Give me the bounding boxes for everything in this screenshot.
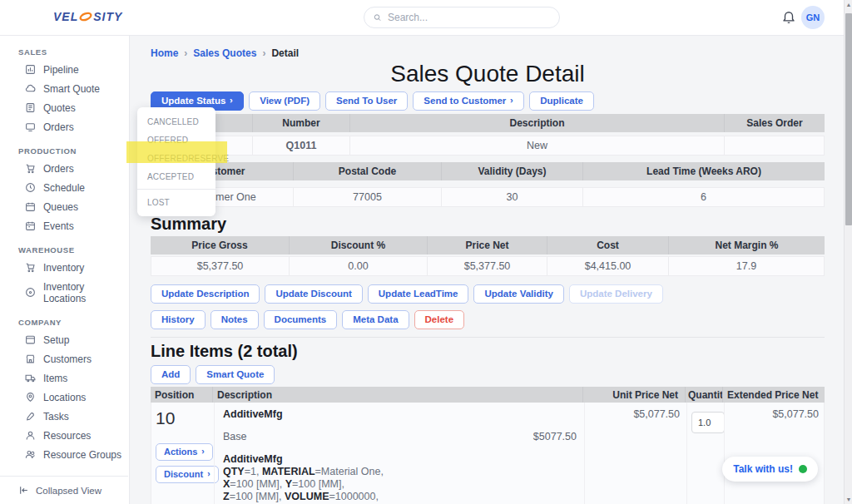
scroll-down-arrow-icon[interactable]: ▼ bbox=[845, 497, 852, 502]
global-search[interactable] bbox=[364, 7, 560, 28]
delete-button[interactable]: Delete bbox=[414, 310, 465, 329]
li-detail-line: QTY=1, MATERIAL=Material One, bbox=[223, 466, 580, 478]
sidebar-item-customers[interactable]: Customers bbox=[0, 349, 129, 368]
update-description-button[interactable]: Update Description bbox=[151, 284, 260, 304]
resource-groups-users-icon bbox=[25, 449, 36, 460]
update-validity-button[interactable]: Update Validity bbox=[473, 284, 563, 304]
sidebar-item-label: Resources bbox=[43, 430, 91, 442]
scroll-up-arrow-icon[interactable]: ▲ bbox=[845, 2, 852, 7]
sidebar-item-smart-quote[interactable]: Smart Quote bbox=[0, 79, 129, 98]
quotes-document-icon bbox=[25, 102, 36, 113]
li-unit-price-cell: $5,077.50 bbox=[584, 403, 686, 504]
sidebar-item-label: Smart Quote bbox=[43, 83, 100, 95]
sidebar-item-inventory-locations[interactable]: Inventory Locations bbox=[0, 277, 129, 308]
smart-quote-button[interactable]: Smart Quote bbox=[196, 365, 275, 384]
collapse-label: Collapsed View bbox=[36, 486, 102, 496]
line-item-buttons: Add Smart Quote bbox=[151, 365, 825, 384]
sidebar-item-tasks[interactable]: Tasks bbox=[0, 407, 129, 426]
status-option-lost[interactable]: LOST bbox=[137, 193, 215, 211]
sidebar-item-sales-orders[interactable]: Orders bbox=[0, 117, 129, 136]
notes-button[interactable]: Notes bbox=[211, 310, 259, 329]
sidebar-item-label: Setup bbox=[43, 334, 69, 346]
li-discount-button[interactable]: Discount bbox=[156, 466, 219, 483]
li-quantity-cell bbox=[686, 403, 724, 504]
status-option-offered[interactable]: OFFERED bbox=[137, 131, 215, 149]
li-col-quantity: Quantity bbox=[686, 387, 723, 403]
sidebar-item-label: Queues bbox=[43, 201, 78, 213]
send-to-user-button[interactable]: Send To User bbox=[325, 91, 408, 111]
sidebar-item-label: Locations bbox=[43, 392, 86, 403]
customers-store-icon bbox=[25, 353, 36, 364]
sidebar-item-locations[interactable]: Locations bbox=[0, 388, 129, 407]
breadcrumb-home[interactable]: Home bbox=[151, 47, 178, 59]
user-avatar[interactable]: GN bbox=[801, 6, 825, 29]
search-input[interactable] bbox=[388, 12, 551, 23]
collapse-left-icon bbox=[18, 485, 29, 496]
cost-value: $4,415.00 bbox=[547, 256, 669, 276]
duplicate-button[interactable]: Duplicate bbox=[529, 91, 594, 111]
li-price-component-value: $5077.50 bbox=[533, 431, 577, 442]
li-col-position: Position bbox=[151, 387, 213, 403]
sidebar-item-events[interactable]: Events bbox=[0, 216, 129, 235]
sidebar-item-schedule[interactable]: Schedule bbox=[0, 178, 129, 197]
customer-table-header: Customer Postal Code Validity (Days) Lea… bbox=[151, 162, 825, 180]
sidebar-section-warehouse: WAREHOUSE bbox=[0, 245, 129, 258]
online-status-dot-icon bbox=[799, 465, 807, 473]
scrollbar-thumb[interactable] bbox=[845, 13, 852, 225]
status-option-cancelled[interactable]: CANCELLED bbox=[137, 112, 215, 131]
breadcrumb-sales-quotes[interactable]: Sales Quotes bbox=[193, 47, 256, 59]
collapse-sidebar-button[interactable]: Collapsed View bbox=[0, 476, 128, 504]
chat-widget-button[interactable]: Talk with us! bbox=[722, 457, 818, 482]
update-leadtime-button[interactable]: Update LeadTime bbox=[368, 284, 469, 304]
quote-col-sales-order: Sales Order bbox=[725, 114, 825, 132]
send-to-customer-button[interactable]: Send to Customer bbox=[413, 91, 524, 111]
sidebar-item-resources[interactable]: Resources bbox=[0, 426, 129, 445]
sidebar-item-label: Resource Groups bbox=[43, 449, 121, 461]
validity-days-value: 30 bbox=[442, 187, 583, 207]
tasks-icon bbox=[25, 411, 36, 422]
status-option-accepted[interactable]: ACCEPTED bbox=[137, 167, 215, 185]
li-actions-button[interactable]: Actions bbox=[156, 443, 213, 461]
sidebar-item-items[interactable]: Items bbox=[0, 368, 129, 388]
quote-description: New bbox=[350, 136, 725, 156]
add-line-item-button[interactable]: Add bbox=[151, 365, 191, 384]
history-button[interactable]: History bbox=[151, 310, 206, 329]
cust-col-postal: Postal Code bbox=[294, 162, 442, 180]
sidebar-item-resource-groups[interactable]: Resource Groups bbox=[0, 445, 129, 464]
sidebar-item-label: Orders bbox=[43, 121, 74, 133]
update-discount-button[interactable]: Update Discount bbox=[265, 284, 362, 304]
sidebar-item-label: Items bbox=[43, 373, 67, 384]
documents-button[interactable]: Documents bbox=[264, 310, 338, 329]
events-calendar-icon bbox=[25, 220, 36, 231]
sales-orders-icon bbox=[25, 121, 36, 132]
notifications-bell-icon[interactable] bbox=[781, 9, 796, 26]
inventory-locations-icon bbox=[25, 287, 36, 298]
status-option-offeredreserve[interactable]: OFFEREDRESERVE bbox=[137, 149, 215, 167]
quantity-input[interactable] bbox=[691, 412, 725, 433]
sidebar-item-queues[interactable]: Queues bbox=[0, 197, 129, 216]
velosity-logo[interactable]: VEL SITY bbox=[53, 10, 122, 23]
page-scrollbar[interactable]: ▲ ▼ bbox=[844, 0, 852, 504]
breadcrumb: HomeSales QuotesDetail bbox=[151, 47, 825, 59]
view-pdf-button[interactable]: View (PDF) bbox=[249, 91, 320, 111]
sidebar-item-label: Events bbox=[43, 220, 74, 232]
section-divider bbox=[151, 337, 825, 338]
sidebar-item-setup[interactable]: Setup bbox=[0, 330, 129, 349]
sidebar-item-label: Tasks bbox=[43, 411, 69, 422]
sidebar-item-pipeline[interactable]: Pipeline bbox=[0, 60, 129, 79]
main-content: HomeSales QuotesDetail Sales Quote Detai… bbox=[131, 36, 852, 504]
discount-pct-value: 0.00 bbox=[290, 256, 428, 276]
chat-label: Talk with us! bbox=[733, 463, 793, 475]
sidebar-item-quotes[interactable]: Quotes bbox=[0, 98, 129, 117]
meta-data-button[interactable]: Meta Data bbox=[342, 310, 409, 329]
sidebar-section-production: PRODUCTION bbox=[0, 146, 129, 159]
sidebar-section-sales: SALES bbox=[0, 47, 129, 60]
inventory-cart-icon bbox=[25, 262, 36, 273]
production-orders-cart-icon bbox=[25, 163, 36, 174]
setup-window-icon bbox=[25, 334, 36, 345]
quote-action-buttons: Update Status View (PDF) Send To User Se… bbox=[151, 91, 825, 111]
sidebar-item-inventory[interactable]: Inventory bbox=[0, 258, 129, 277]
sidebar-item-label: Inventory bbox=[43, 262, 84, 274]
price-gross-value: $5,377.50 bbox=[151, 256, 290, 276]
sidebar-item-production-orders[interactable]: Orders bbox=[0, 159, 129, 178]
